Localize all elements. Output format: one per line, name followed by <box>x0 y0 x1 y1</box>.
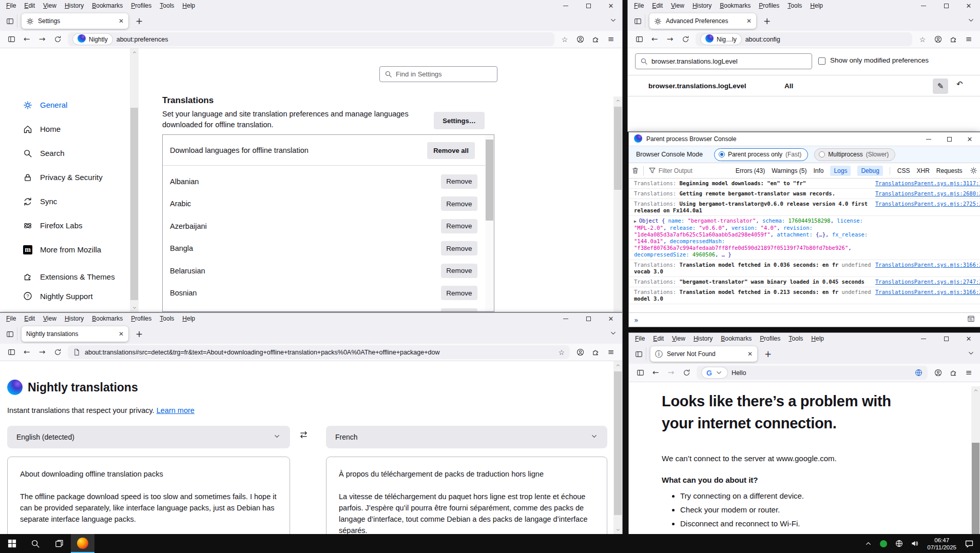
sidebar-item[interactable]: Home <box>0 117 130 141</box>
sidebar-item[interactable]: Privacy & Security <box>0 165 130 189</box>
tab-settings[interactable]: Settings ✕ <box>22 13 128 29</box>
menu-item[interactable]: View <box>39 315 61 322</box>
reload-icon[interactable] <box>679 366 694 380</box>
menu-item[interactable]: Help <box>807 335 828 342</box>
menu-item[interactable]: Profiles <box>756 335 784 342</box>
console-source-link[interactable]: TranslationsParent.sys.mjs:3166:22 <box>875 262 980 275</box>
menu-item[interactable]: View <box>668 335 689 342</box>
url-bar[interactable]: Nig…ly about:config <box>696 32 912 46</box>
url-bar[interactable]: G Hello <box>697 366 928 380</box>
sidebar-toggle-icon[interactable] <box>4 346 18 359</box>
menu-item[interactable]: Help <box>178 2 199 9</box>
taskbar-clock[interactable]: 06:47 07/11/2025 <box>922 537 962 551</box>
new-tab-button[interactable]: + <box>136 16 143 26</box>
parent-process-radio[interactable]: Parent process only (Fast) <box>714 148 808 161</box>
tabs-dropdown-icon[interactable] <box>609 16 617 26</box>
find-in-settings[interactable] <box>379 66 497 82</box>
close-button[interactable]: ✕ <box>600 0 622 11</box>
menu-item[interactable]: Bookmarks <box>716 2 755 9</box>
tabs-dropdown-icon[interactable] <box>967 349 975 359</box>
sidebar-item[interactable]: Extensions & Themes <box>0 267 130 286</box>
filter-toggle[interactable]: Warnings (5) <box>772 167 806 174</box>
learn-more-link[interactable]: Learn more <box>157 406 195 414</box>
swap-languages-icon[interactable] <box>299 430 309 442</box>
menu-item[interactable]: File <box>2 2 20 9</box>
maximize-button[interactable] <box>939 132 959 146</box>
console-settings-icon[interactable] <box>968 167 980 174</box>
menu-item[interactable]: Profiles <box>755 2 783 9</box>
tab-close-icon[interactable]: ✕ <box>747 350 753 358</box>
page-scrollbar[interactable] <box>971 386 980 534</box>
minimize-button[interactable] <box>912 333 935 344</box>
firefox-view-icon[interactable] <box>632 347 646 361</box>
target-language-select[interactable]: French <box>326 426 607 448</box>
extensions-icon[interactable] <box>588 346 603 359</box>
menu-item[interactable]: History <box>61 315 88 322</box>
console-source-link[interactable]: TranslationsParent.sys.mjs:3117:18 <box>875 180 980 187</box>
sidebar-item[interactable]: Sync <box>0 189 130 213</box>
remove-button[interactable] <box>441 308 477 312</box>
url-bar[interactable]: Nightly about:preferences <box>68 32 554 46</box>
forward-icon[interactable]: → <box>35 33 49 46</box>
menu-item[interactable]: Edit <box>20 315 39 322</box>
account-icon[interactable] <box>931 366 945 380</box>
sidebar-scrollbar[interactable] <box>130 48 139 312</box>
reload-icon[interactable] <box>50 346 65 359</box>
maximize-button[interactable] <box>935 0 957 11</box>
sidebar-item[interactable]: ? Nightly Support <box>0 286 130 306</box>
firefox-view-icon[interactable] <box>3 327 17 341</box>
reload-icon[interactable] <box>50 33 65 46</box>
extensions-icon[interactable] <box>588 33 603 46</box>
url-bar[interactable]: about:translations#src=detect&trg=fr&tex… <box>68 345 570 359</box>
menu-item[interactable]: Help <box>806 2 827 9</box>
minimize-button[interactable] <box>554 0 577 11</box>
edit-preference-button[interactable]: ✎ <box>933 78 948 94</box>
sidebar-item[interactable]: General <box>0 93 130 117</box>
scroll-up-icon[interactable] <box>613 96 622 105</box>
console-source-link[interactable]: TranslationsParent.sys.mjs:2725:22 <box>875 201 980 214</box>
menu-item[interactable]: History <box>61 2 88 9</box>
extensions-icon[interactable] <box>946 33 960 46</box>
menu-item[interactable]: History <box>688 2 716 9</box>
clear-console-icon[interactable] <box>629 167 641 174</box>
reload-icon[interactable] <box>678 33 693 46</box>
sidebar-item[interactable]: Search <box>0 141 130 165</box>
minimize-button[interactable] <box>912 0 935 11</box>
menu-item[interactable]: File <box>630 2 648 9</box>
menu-item[interactable]: File <box>631 335 649 342</box>
tray-volume-icon[interactable] <box>907 534 922 553</box>
multiprocess-radio[interactable]: Multiprocess (Slower) <box>814 148 895 161</box>
site-identity-pill[interactable]: Nightly <box>73 34 112 45</box>
console-source-link[interactable] <box>875 218 977 258</box>
menu-item[interactable]: Tools <box>156 2 178 9</box>
menu-item[interactable]: Tools <box>783 2 806 9</box>
source-text-area[interactable]: About downloading offline translation pa… <box>7 457 290 534</box>
scroll-up-icon[interactable] <box>613 361 622 369</box>
tab-close-icon[interactable]: ✕ <box>746 17 752 25</box>
menu-item[interactable]: Bookmarks <box>88 315 127 322</box>
maximize-button[interactable] <box>577 313 600 324</box>
filter-toggle[interactable]: Info <box>813 167 823 174</box>
remove-button[interactable]: Remove <box>441 241 477 255</box>
console-source-link[interactable]: TranslationsParent.sys.mjs:2680:22 <box>875 190 980 197</box>
sidebar-item[interactable]: m More from Mozilla <box>0 238 130 262</box>
config-search-input[interactable] <box>651 57 807 65</box>
menu-item[interactable]: Edit <box>20 2 39 9</box>
remove-button[interactable]: Remove <box>441 219 477 233</box>
scroll-down-icon[interactable] <box>130 304 139 312</box>
find-in-settings-input[interactable] <box>396 70 492 78</box>
filter-toggle[interactable]: CSS <box>890 167 910 174</box>
menu-item[interactable]: History <box>689 335 717 342</box>
menu-item[interactable]: Profiles <box>127 315 156 322</box>
menu-item[interactable]: File <box>2 315 20 322</box>
config-search-box[interactable] <box>635 53 812 69</box>
back-icon[interactable]: ← <box>20 346 34 359</box>
maximize-button[interactable] <box>935 333 957 344</box>
new-tab-button[interactable]: + <box>763 16 771 26</box>
filter-toggle[interactable]: Requests <box>936 167 963 174</box>
taskbar-search-icon[interactable] <box>24 534 47 553</box>
scroll-down-icon[interactable] <box>613 526 622 534</box>
back-icon[interactable]: ← <box>648 366 663 380</box>
translation-settings-button[interactable]: Settings… <box>434 112 485 129</box>
editor-mode-icon[interactable] <box>967 315 975 325</box>
